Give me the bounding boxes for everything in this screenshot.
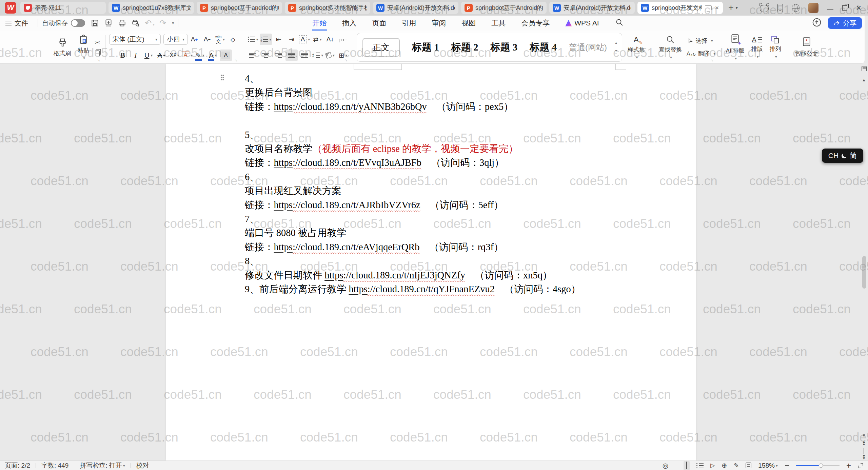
style-option[interactable]: 正文 [362, 38, 400, 57]
toolbar-more-chevron-icon[interactable]: ▾ [172, 21, 174, 25]
spellcheck-status[interactable]: 拼写检查: 打开▾ [80, 461, 125, 470]
paste-button[interactable]: 粘贴 [74, 34, 93, 61]
numbered-list-button[interactable]: 123 [260, 34, 272, 45]
nav-tab[interactable]: 开始 [304, 16, 334, 31]
page-view-button[interactable] [684, 461, 690, 470]
arrange-button[interactable]: 排列 [766, 35, 785, 60]
search-icon[interactable] [615, 18, 624, 28]
cut-icon[interactable]: ✂ [95, 39, 100, 46]
close-button[interactable]: × [856, 3, 861, 12]
restore-button[interactable] [842, 5, 847, 11]
text-highlight-button[interactable]: ✎ [194, 50, 206, 61]
superscript-button[interactable]: X² [168, 50, 180, 61]
style-option[interactable]: 标题 2 [451, 41, 478, 54]
shading-button[interactable] [324, 50, 336, 61]
strikethrough-button[interactable]: A [155, 50, 167, 61]
nav-tab-wps-ai[interactable]: WPS AI [557, 16, 607, 31]
increase-indent-button[interactable]: ⇥ [285, 34, 298, 45]
style-option[interactable]: 标题 4 [530, 41, 557, 54]
avatar[interactable] [808, 3, 818, 13]
paragraph[interactable] [245, 114, 580, 128]
style-option[interactable]: 普通(网站) [569, 42, 607, 53]
assistant-icon[interactable] [760, 5, 769, 12]
paragraph[interactable]: 更换后台背景图 [245, 85, 580, 99]
save-button[interactable] [91, 19, 99, 27]
text-tool-button[interactable]: A [298, 34, 311, 45]
zoom-level[interactable]: 158%▾ [758, 462, 778, 469]
document-tab[interactable]: W安卓(Android)开放文档.docx [373, 2, 458, 14]
undo-button[interactable]: ↶▾ [145, 19, 155, 27]
font-size-select[interactable]: 小四▾ [163, 34, 188, 45]
document-page[interactable]: 4、更换后台背景图链接：https://cloud.189.cn/t/yANNB… [166, 64, 696, 461]
tab-ruler-button[interactable] [337, 34, 349, 45]
scroll-down-arrow-icon[interactable]: ▼ [861, 433, 867, 438]
zoom-slider-knob[interactable] [818, 463, 823, 468]
select-button[interactable]: 选择 [687, 35, 715, 47]
nav-tab[interactable]: 审阅 [424, 16, 454, 31]
redo-button[interactable]: ↷ [159, 19, 166, 27]
nav-tab[interactable]: 工具 [484, 16, 513, 31]
paragraph-drag-handle-icon[interactable] [220, 74, 224, 80]
font-color-button[interactable]: A [207, 50, 219, 61]
find-replace-button[interactable]: 查找替换 [655, 35, 685, 60]
justify-button[interactable] [285, 50, 298, 61]
new-tab-button[interactable]: + [728, 3, 734, 13]
tab-list-chevron-icon[interactable]: ▾ [736, 5, 738, 10]
paragraph[interactable]: 8、 [245, 254, 580, 268]
upload-cloud-icon[interactable] [812, 17, 822, 29]
proofread-button[interactable]: 校对 [136, 461, 149, 470]
font-dialog-launcher-icon[interactable]: → [233, 57, 240, 63]
line-spacing-button[interactable]: ↕ [311, 50, 323, 61]
smart-official-doc-button[interactable]: ★ 智能公文 [792, 36, 822, 58]
format-painter-button[interactable]: 格式刷 [50, 37, 74, 58]
zoom-slider[interactable] [796, 465, 840, 466]
tab-close-icon[interactable]: × [714, 4, 719, 12]
underline-button[interactable]: U [142, 50, 155, 61]
nav-tab[interactable]: 插入 [334, 16, 364, 31]
paragraph[interactable]: 6、 [245, 170, 580, 184]
document-tab[interactable]: Wspringboot开发文档.d× [637, 2, 723, 14]
distribute-button[interactable] [298, 50, 311, 61]
style-set-button[interactable]: A 样式集 [624, 32, 648, 62]
zoom-out-button[interactable]: − [785, 461, 789, 470]
clear-format-button[interactable]: ◇ [227, 34, 239, 45]
web-view-icon[interactable]: ⊕ [722, 462, 727, 469]
page-indicator[interactable]: 页面: 2/2 [5, 461, 30, 470]
mobile-link-icon[interactable] [777, 4, 783, 12]
grow-font-button[interactable]: A+ [188, 34, 200, 45]
italic-button[interactable]: I [130, 50, 142, 61]
document-tab[interactable]: 稻壳·双11 [20, 2, 106, 14]
export-pdf-button[interactable] [104, 19, 113, 27]
nav-tab[interactable]: 视图 [454, 16, 484, 31]
paragraph[interactable]: 链接：https://cloud.189.cn/t/yANNB3b26bQv （… [245, 100, 580, 114]
focus-mode-icon[interactable]: ◎ [663, 462, 668, 470]
style-scroll-up-icon[interactable]: ▴ [615, 40, 617, 45]
sort-button[interactable]: A↓ [324, 34, 336, 45]
outline-view-button[interactable] [696, 463, 704, 468]
read-mode-icon[interactable]: ▷ [710, 462, 715, 469]
style-option[interactable]: 标题 3 [490, 41, 517, 54]
decrease-indent-button[interactable]: ⇤ [273, 34, 285, 45]
skin-globe-icon[interactable] [792, 4, 800, 12]
align-center-button[interactable] [260, 50, 272, 61]
document-text[interactable]: 4、更换后台背景图链接：https://cloud.189.cn/t/yANNB… [245, 72, 580, 296]
select-browse-object-icon[interactable] [861, 449, 867, 453]
fullscreen-icon[interactable] [858, 463, 863, 468]
clipboard-dialog-launcher-icon[interactable]: → [96, 57, 103, 63]
print-preview-button[interactable] [131, 19, 140, 27]
bold-button[interactable]: B [117, 50, 129, 61]
previous-page-icon[interactable]: ▲▲ [861, 440, 867, 445]
layout-button[interactable]: A 排版 [748, 35, 766, 60]
word-count[interactable]: 字数: 449 [41, 461, 68, 470]
print-button[interactable] [118, 19, 126, 27]
minimize-button[interactable] [827, 9, 833, 9]
ai-layout-button[interactable]: ✦ AI 排版 [723, 33, 748, 61]
next-page-icon[interactable]: ▼▼ [861, 455, 867, 459]
nav-tab[interactable]: 引用 [394, 16, 424, 31]
document-tab[interactable]: Pspringboot多功能智能手机阅读 [285, 2, 370, 14]
paragraph[interactable]: 链接：https://cloud.189.cn/t/EVvqI3uAJBFb （… [245, 156, 580, 170]
fit-page-icon[interactable] [746, 463, 751, 468]
bullet-list-button[interactable] [247, 34, 259, 45]
paragraph[interactable]: 4、 [245, 72, 580, 85]
copy-icon[interactable] [95, 51, 100, 56]
